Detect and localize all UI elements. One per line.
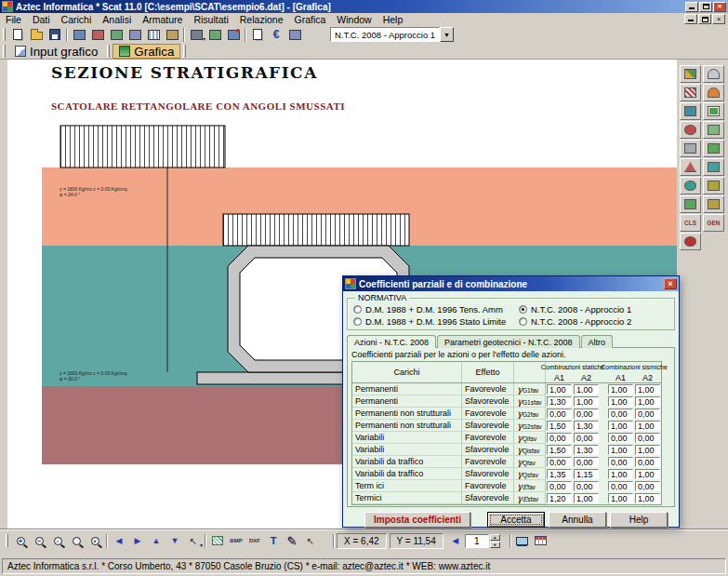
euro-conversion-button[interactable]: € <box>267 26 285 43</box>
coeff-seismic-a2-input[interactable] <box>635 493 660 503</box>
results-view-button[interactable] <box>126 26 144 43</box>
imposta-coefficienti-button[interactable]: Imposta coefficienti <box>364 512 470 528</box>
pan-right-button[interactable]: ▶ <box>128 532 147 549</box>
toolbar-drag-handle[interactable] <box>183 45 186 58</box>
palette-tool-button[interactable] <box>703 65 724 83</box>
palette-tool-button[interactable] <box>680 233 701 250</box>
menu-item[interactable]: Dati <box>27 13 56 25</box>
hatch-tool-button[interactable] <box>208 532 227 549</box>
palette-tool-button[interactable] <box>703 195 724 213</box>
coeff-static-a1-input[interactable] <box>547 433 572 443</box>
pan-left-button[interactable]: ◀ <box>110 532 128 549</box>
radio-dm1988-tens-amm[interactable]: D.M. 1988 + D.M. 1996 Tens. Amm <box>353 304 519 315</box>
coeff-seismic-a2-input[interactable] <box>635 421 660 431</box>
diagram-view-button[interactable] <box>163 26 181 43</box>
table-options-button[interactable] <box>532 532 550 549</box>
toolbar-drag-handle[interactable] <box>107 45 110 58</box>
radio-dm1988-stato-limite[interactable]: D.M. 1988 + D.M. 1996 Stato Limite <box>353 316 519 327</box>
coeff-static-a2-input[interactable] <box>574 481 599 491</box>
export-dxf-button[interactable]: DXF <box>245 532 264 549</box>
zoom-window-button[interactable]: ▫ <box>48 532 67 549</box>
palette-tool-button[interactable] <box>680 65 701 83</box>
coeff-seismic-a1-input[interactable] <box>608 493 633 503</box>
menu-item[interactable]: Carichi <box>56 13 98 25</box>
coeff-seismic-a2-input[interactable] <box>635 457 660 467</box>
annotation-tool-button[interactable]: ✎ <box>283 532 301 549</box>
palette-tool-button[interactable]: CLS <box>680 214 701 232</box>
coeff-seismic-a2-input[interactable] <box>635 409 660 419</box>
coeff-seismic-a2-input[interactable] <box>635 396 660 407</box>
menu-item[interactable]: Help <box>377 13 409 25</box>
zoom-in-button[interactable]: + <box>11 532 30 549</box>
coeff-seismic-a2-input[interactable] <box>635 384 660 395</box>
menu-item[interactable]: Grafica <box>288 13 331 25</box>
menu-item[interactable]: Relazione <box>234 13 289 25</box>
palette-tool-button[interactable] <box>680 158 701 176</box>
page-number-spinner[interactable]: 1 <box>465 534 489 548</box>
coeff-static-a1-input[interactable] <box>547 469 572 479</box>
palette-tool-button[interactable] <box>680 177 701 194</box>
coeff-static-a2-input[interactable] <box>574 457 599 467</box>
menu-item[interactable]: Risultati <box>188 13 233 25</box>
tab-grafica[interactable]: Grafica <box>113 44 180 59</box>
spinner-up-button[interactable]: ▲ <box>490 534 500 541</box>
coeff-static-a2-input[interactable] <box>574 445 599 455</box>
previous-page-button[interactable]: ◀ <box>446 532 465 549</box>
pointer-select-button[interactable]: ↖▾ <box>184 532 203 549</box>
dialog-close-button[interactable]: × <box>664 278 677 289</box>
palette-tool-button[interactable] <box>680 140 701 157</box>
spinner-down-button[interactable]: ▼ <box>490 542 500 548</box>
open-file-button[interactable] <box>27 26 46 43</box>
tab-altro[interactable]: Altro <box>581 335 614 348</box>
save-file-button[interactable] <box>46 26 64 43</box>
palette-tool-button[interactable] <box>703 84 724 101</box>
coeff-seismic-a1-input[interactable] <box>608 384 633 395</box>
coeff-static-a2-input[interactable] <box>574 493 599 503</box>
table-view-button[interactable] <box>144 26 163 43</box>
section-view-button[interactable] <box>70 26 88 43</box>
report-button[interactable] <box>248 26 267 43</box>
coeff-seismic-a1-input[interactable] <box>608 396 633 407</box>
mdi-close-button[interactable]: × <box>712 14 725 24</box>
palette-tool-button[interactable] <box>703 140 724 157</box>
coeff-seismic-a1-input[interactable] <box>608 481 633 491</box>
record-macro-button[interactable] <box>224 26 243 43</box>
coeff-seismic-a1-input[interactable] <box>608 409 633 419</box>
zoom-page-button[interactable]: ▪ <box>86 532 104 549</box>
new-document-button[interactable] <box>8 26 27 43</box>
annulla-button[interactable]: Annulla <box>549 512 606 528</box>
measure-tool-button[interactable]: ↖ <box>301 532 320 549</box>
pan-up-button[interactable]: ▲ <box>147 532 165 549</box>
combo-dropdown-button[interactable]: ▼ <box>440 27 454 42</box>
normativa-combobox[interactable]: N.T.C. 2008 - Approccio 1 ▼ <box>330 27 454 42</box>
coeff-seismic-a2-input[interactable] <box>635 469 660 479</box>
palette-tool-button[interactable] <box>703 121 724 139</box>
coeff-seismic-a1-input[interactable] <box>608 421 633 431</box>
pan-down-button[interactable]: ▼ <box>165 532 184 549</box>
menu-item[interactable]: Window <box>331 13 377 25</box>
text-tool-button[interactable]: T <box>264 532 283 549</box>
chart-button[interactable] <box>285 26 304 43</box>
mdi-minimize-button[interactable] <box>684 14 697 24</box>
coeff-static-a2-input[interactable] <box>574 421 599 431</box>
zoom-extents-button[interactable] <box>67 532 86 549</box>
loads-view-button[interactable] <box>88 26 107 43</box>
palette-tool-button[interactable] <box>703 102 724 120</box>
coeff-static-a2-input[interactable] <box>574 409 599 419</box>
menu-item[interactable]: Armature <box>137 13 188 25</box>
maximize-button[interactable] <box>699 2 712 12</box>
radio-ntc2008-approccio2[interactable]: N.T.C. 2008 - Approccio 2 <box>519 316 670 327</box>
coeff-seismic-a1-input[interactable] <box>608 445 633 455</box>
coeff-static-a1-input[interactable] <box>547 421 572 431</box>
materials-button[interactable] <box>205 26 224 43</box>
coeff-seismic-a2-input[interactable] <box>635 481 660 491</box>
coeff-static-a1-input[interactable] <box>547 396 572 407</box>
coeff-seismic-a1-input[interactable] <box>608 433 633 443</box>
minimize-button[interactable] <box>685 2 698 12</box>
coeff-static-a2-input[interactable] <box>574 469 599 479</box>
zoom-out-button[interactable]: − <box>30 532 48 549</box>
reinforcement-view-button[interactable] <box>107 26 126 43</box>
dialog-titlebar[interactable]: Coefficienti parziali e di combinazione … <box>343 276 679 291</box>
mdi-restore-button[interactable] <box>698 14 711 24</box>
palette-tool-button[interactable] <box>703 177 724 194</box>
